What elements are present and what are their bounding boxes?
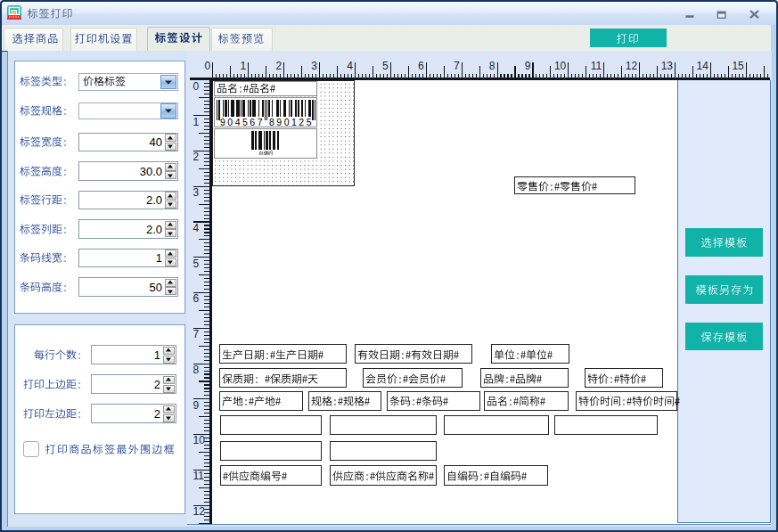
svg-text:6: 6 xyxy=(193,292,200,305)
svg-text:0: 0 xyxy=(193,80,200,93)
svg-text:10: 10 xyxy=(554,60,567,72)
svg-text:4: 4 xyxy=(347,60,353,72)
svg-text:11: 11 xyxy=(193,470,205,482)
svg-text:5: 5 xyxy=(382,60,389,72)
svg-text:10: 10 xyxy=(193,435,206,447)
svg-text:4: 4 xyxy=(193,222,200,234)
svg-text:1: 1 xyxy=(241,60,247,72)
svg-text:7: 7 xyxy=(454,60,460,72)
svg-text:8: 8 xyxy=(193,364,200,376)
svg-text:12: 12 xyxy=(626,60,638,72)
svg-text:5: 5 xyxy=(193,258,200,270)
svg-text:0: 0 xyxy=(205,60,211,72)
svg-text:3: 3 xyxy=(193,186,200,199)
svg-text:9: 9 xyxy=(193,399,200,412)
svg-text:13: 13 xyxy=(661,60,674,72)
svg-text:6: 6 xyxy=(418,60,424,72)
svg-text:14: 14 xyxy=(697,60,709,72)
svg-text:15: 15 xyxy=(732,60,744,72)
svg-text:9: 9 xyxy=(525,60,531,72)
svg-text:12: 12 xyxy=(193,505,206,518)
svg-text:8: 8 xyxy=(489,60,495,72)
svg-text:2: 2 xyxy=(193,151,200,163)
svg-text:2: 2 xyxy=(275,60,282,72)
svg-text:11: 11 xyxy=(591,60,602,72)
svg-text:3: 3 xyxy=(311,60,317,72)
svg-text:7: 7 xyxy=(193,328,200,340)
svg-text:1: 1 xyxy=(193,116,200,128)
